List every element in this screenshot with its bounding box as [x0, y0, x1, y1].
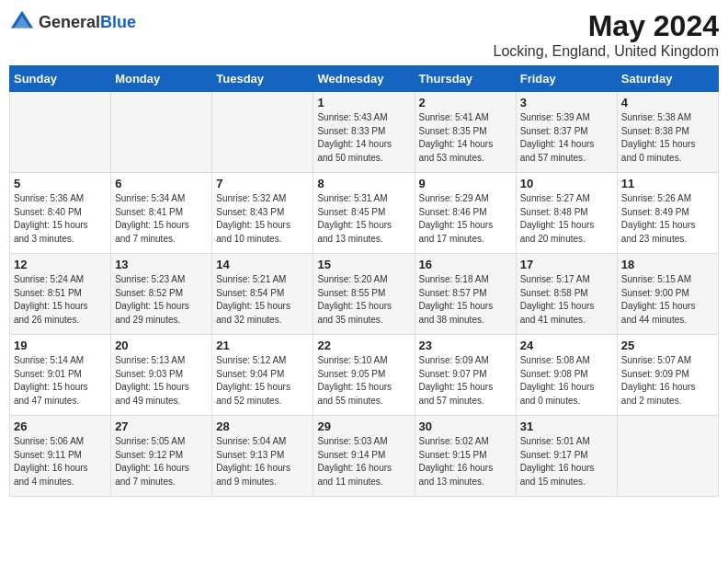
day-number: 17: [520, 258, 613, 271]
calendar-cell: 1Sunrise: 5:43 AM Sunset: 8:33 PM Daylig…: [313, 92, 415, 173]
calendar-table: SundayMondayTuesdayWednesdayThursdayFrid…: [9, 65, 719, 497]
day-number: 25: [621, 339, 714, 352]
weekday-header: Sunday: [10, 66, 111, 92]
calendar-cell: 28Sunrise: 5:04 AM Sunset: 9:13 PM Dayli…: [212, 416, 313, 497]
calendar-cell: 20Sunrise: 5:13 AM Sunset: 9:03 PM Dayli…: [111, 335, 212, 416]
cell-content: Sunrise: 5:13 AM Sunset: 9:03 PM Dayligh…: [115, 354, 208, 408]
cell-content: Sunrise: 5:20 AM Sunset: 8:55 PM Dayligh…: [317, 273, 410, 327]
calendar-cell: 18Sunrise: 5:15 AM Sunset: 9:00 PM Dayli…: [617, 254, 718, 335]
subtitle: Locking, England, United Kingdom: [494, 43, 720, 60]
cell-content: Sunrise: 5:09 AM Sunset: 9:07 PM Dayligh…: [419, 354, 512, 408]
calendar-cell: 12Sunrise: 5:24 AM Sunset: 8:51 PM Dayli…: [10, 254, 111, 335]
cell-content: Sunrise: 5:34 AM Sunset: 8:41 PM Dayligh…: [115, 192, 208, 246]
cell-content: Sunrise: 5:32 AM Sunset: 8:43 PM Dayligh…: [216, 192, 309, 246]
day-number: 10: [520, 177, 613, 190]
cell-content: Sunrise: 5:07 AM Sunset: 9:09 PM Dayligh…: [621, 354, 714, 408]
day-number: 15: [317, 258, 410, 271]
day-number: 11: [621, 177, 714, 190]
cell-content: Sunrise: 5:29 AM Sunset: 8:46 PM Dayligh…: [419, 192, 512, 246]
day-number: 27: [115, 419, 208, 433]
calendar-cell: 6Sunrise: 5:34 AM Sunset: 8:41 PM Daylig…: [111, 173, 212, 254]
cell-content: Sunrise: 5:27 AM Sunset: 8:48 PM Dayligh…: [520, 192, 613, 246]
calendar-cell: 17Sunrise: 5:17 AM Sunset: 8:58 PM Dayli…: [516, 254, 617, 335]
calendar-cell: 5Sunrise: 5:36 AM Sunset: 8:40 PM Daylig…: [10, 173, 111, 254]
calendar-cell: 29Sunrise: 5:03 AM Sunset: 9:14 PM Dayli…: [313, 416, 415, 497]
day-number: 3: [520, 96, 613, 109]
calendar-cell: 24Sunrise: 5:08 AM Sunset: 9:08 PM Dayli…: [516, 335, 617, 416]
calendar-cell: 21Sunrise: 5:12 AM Sunset: 9:04 PM Dayli…: [212, 335, 313, 416]
calendar-cell: 14Sunrise: 5:21 AM Sunset: 8:54 PM Dayli…: [212, 254, 313, 335]
day-number: 29: [317, 419, 410, 433]
cell-content: Sunrise: 5:01 AM Sunset: 9:17 PM Dayligh…: [520, 435, 613, 488]
day-number: 21: [216, 339, 309, 352]
calendar-cell: 22Sunrise: 5:10 AM Sunset: 9:05 PM Dayli…: [313, 335, 415, 416]
calendar-cell: 4Sunrise: 5:38 AM Sunset: 8:38 PM Daylig…: [617, 92, 718, 173]
cell-content: Sunrise: 5:12 AM Sunset: 9:04 PM Dayligh…: [216, 354, 309, 408]
calendar-cell: 10Sunrise: 5:27 AM Sunset: 8:48 PM Dayli…: [516, 173, 617, 254]
calendar-cell: [617, 416, 718, 497]
logo: GeneralBlue: [9, 9, 136, 35]
day-number: 6: [115, 177, 208, 190]
calendar-cell: 23Sunrise: 5:09 AM Sunset: 9:07 PM Dayli…: [415, 335, 516, 416]
cell-content: Sunrise: 5:08 AM Sunset: 9:08 PM Dayligh…: [520, 354, 613, 408]
day-number: 13: [115, 258, 208, 271]
calendar-cell: 11Sunrise: 5:26 AM Sunset: 8:49 PM Dayli…: [617, 173, 718, 254]
weekday-header: Saturday: [617, 66, 718, 92]
cell-content: Sunrise: 5:04 AM Sunset: 9:13 PM Dayligh…: [216, 435, 309, 488]
day-number: 4: [621, 96, 714, 109]
day-number: 9: [419, 177, 512, 190]
calendar-cell: 9Sunrise: 5:29 AM Sunset: 8:46 PM Daylig…: [415, 173, 516, 254]
day-number: 30: [419, 419, 512, 433]
cell-content: Sunrise: 5:31 AM Sunset: 8:45 PM Dayligh…: [317, 192, 410, 246]
day-number: 7: [216, 177, 309, 190]
cell-content: Sunrise: 5:26 AM Sunset: 8:49 PM Dayligh…: [621, 192, 714, 246]
calendar-week-row: 12Sunrise: 5:24 AM Sunset: 8:51 PM Dayli…: [10, 254, 719, 335]
cell-content: Sunrise: 5:21 AM Sunset: 8:54 PM Dayligh…: [216, 273, 309, 327]
title-area: May 2024 Locking, England, United Kingdo…: [494, 9, 720, 60]
day-number: 8: [317, 177, 410, 190]
day-number: 22: [317, 339, 410, 352]
cell-content: Sunrise: 5:38 AM Sunset: 8:38 PM Dayligh…: [621, 111, 714, 165]
calendar-cell: 27Sunrise: 5:05 AM Sunset: 9:12 PM Dayli…: [111, 416, 212, 497]
logo-icon: [9, 9, 35, 35]
cell-content: Sunrise: 5:39 AM Sunset: 8:37 PM Dayligh…: [520, 111, 613, 165]
cell-content: Sunrise: 5:03 AM Sunset: 9:14 PM Dayligh…: [317, 435, 410, 488]
calendar-cell: 2Sunrise: 5:41 AM Sunset: 8:35 PM Daylig…: [415, 92, 516, 173]
calendar-week-row: 26Sunrise: 5:06 AM Sunset: 9:11 PM Dayli…: [10, 416, 719, 497]
weekday-header: Monday: [111, 66, 212, 92]
calendar-cell: 7Sunrise: 5:32 AM Sunset: 8:43 PM Daylig…: [212, 173, 313, 254]
day-number: 5: [14, 177, 107, 190]
calendar-week-row: 19Sunrise: 5:14 AM Sunset: 9:01 PM Dayli…: [10, 335, 719, 416]
header-row: SundayMondayTuesdayWednesdayThursdayFrid…: [10, 66, 719, 92]
day-number: 23: [419, 339, 512, 352]
calendar-cell: 26Sunrise: 5:06 AM Sunset: 9:11 PM Dayli…: [10, 416, 111, 497]
day-number: 16: [419, 258, 512, 271]
day-number: 24: [520, 339, 613, 352]
weekday-header: Thursday: [415, 66, 516, 92]
logo-text-general: General: [39, 13, 100, 31]
cell-content: Sunrise: 5:43 AM Sunset: 8:33 PM Dayligh…: [317, 111, 410, 165]
day-number: 19: [14, 339, 107, 352]
day-number: 28: [216, 419, 309, 433]
weekday-header: Tuesday: [212, 66, 313, 92]
main-title: May 2024: [494, 9, 720, 43]
calendar-cell: [111, 92, 212, 173]
calendar-cell: 15Sunrise: 5:20 AM Sunset: 8:55 PM Dayli…: [313, 254, 415, 335]
cell-content: Sunrise: 5:15 AM Sunset: 9:00 PM Dayligh…: [621, 273, 714, 327]
day-number: 18: [621, 258, 714, 271]
calendar-cell: 13Sunrise: 5:23 AM Sunset: 8:52 PM Dayli…: [111, 254, 212, 335]
calendar-cell: 19Sunrise: 5:14 AM Sunset: 9:01 PM Dayli…: [10, 335, 111, 416]
cell-content: Sunrise: 5:17 AM Sunset: 8:58 PM Dayligh…: [520, 273, 613, 327]
day-number: 1: [317, 96, 410, 109]
day-number: 31: [520, 419, 613, 433]
cell-content: Sunrise: 5:18 AM Sunset: 8:57 PM Dayligh…: [419, 273, 512, 327]
cell-content: Sunrise: 5:36 AM Sunset: 8:40 PM Dayligh…: [14, 192, 107, 246]
cell-content: Sunrise: 5:14 AM Sunset: 9:01 PM Dayligh…: [14, 354, 107, 408]
calendar-week-row: 5Sunrise: 5:36 AM Sunset: 8:40 PM Daylig…: [10, 173, 719, 254]
cell-content: Sunrise: 5:05 AM Sunset: 9:12 PM Dayligh…: [115, 435, 208, 488]
calendar-cell: 25Sunrise: 5:07 AM Sunset: 9:09 PM Dayli…: [617, 335, 718, 416]
cell-content: Sunrise: 5:06 AM Sunset: 9:11 PM Dayligh…: [14, 435, 107, 488]
day-number: 12: [14, 258, 107, 271]
calendar-cell: 16Sunrise: 5:18 AM Sunset: 8:57 PM Dayli…: [415, 254, 516, 335]
calendar-cell: 3Sunrise: 5:39 AM Sunset: 8:37 PM Daylig…: [516, 92, 617, 173]
